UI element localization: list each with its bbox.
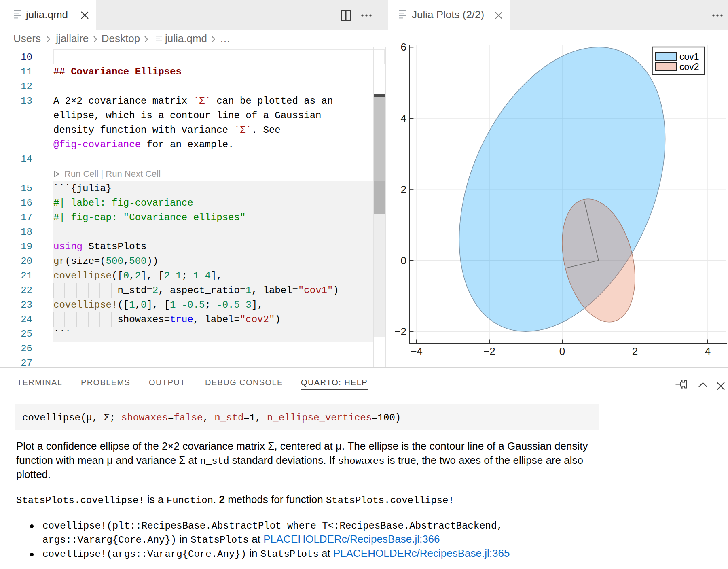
svg-text:0: 0 [559,345,565,357]
svg-text:0: 0 [401,255,406,267]
svg-text:−2: −2 [483,345,495,357]
svg-text:6: 6 [401,41,406,53]
svg-text:4: 4 [705,345,711,357]
svg-text:−4: −4 [411,345,423,357]
svg-text:4: 4 [401,112,406,124]
svg-text:2: 2 [632,345,638,357]
svg-text:2: 2 [401,183,406,195]
svg-text:−2: −2 [394,325,406,338]
svg-text:cov2: cov2 [679,62,699,72]
svg-text:cov1: cov1 [679,51,699,62]
